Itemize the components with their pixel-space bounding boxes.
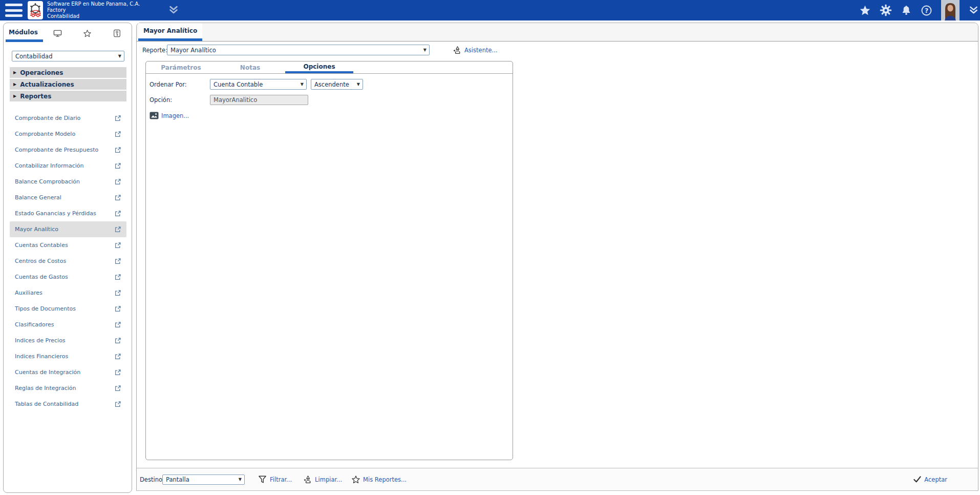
accept-label: Aceptar: [924, 476, 947, 483]
header-title-block: Software ERP en Nube Panama, C.A. Factor…: [47, 1, 140, 19]
help-icon[interactable]: [921, 5, 932, 16]
sidebar-item-indices-de-precios[interactable]: Indices de Precios: [10, 333, 126, 348]
open-window-icon[interactable]: [114, 290, 121, 297]
my-reports-link[interactable]: Mis Reportes...: [351, 475, 407, 484]
open-window-icon[interactable]: [114, 385, 121, 392]
sidebar-item-tablas-de-contabilidad[interactable]: Tablas de Contabilidad: [10, 396, 126, 412]
hamburger-icon[interactable]: [5, 4, 23, 17]
open-window-icon[interactable]: [114, 178, 121, 185]
chevron-double-down-icon[interactable]: [168, 5, 179, 15]
key-icon: [113, 29, 121, 38]
sidebar-item-auxiliares[interactable]: Auxiliares: [10, 285, 126, 301]
open-window-icon[interactable]: [114, 242, 121, 249]
sidebar-item-mayor-analitico[interactable]: Mayor Analítico: [10, 221, 126, 237]
tab-screens[interactable]: [43, 25, 73, 42]
module-select[interactable]: Contabilidad ▼: [12, 51, 124, 61]
avatar[interactable]: [941, 0, 960, 20]
open-window-icon[interactable]: [114, 131, 121, 138]
clear-link[interactable]: Limpiar...: [303, 475, 342, 484]
star-icon[interactable]: [859, 5, 871, 16]
sidebar-item-centros-de-costos[interactable]: Centros de Costos: [10, 253, 126, 269]
tab-label: Parámetros: [161, 64, 201, 71]
tab-modules[interactable]: Módulos: [6, 25, 43, 42]
sidebar-sections: ▶ Operaciones ▶ Actualizaciones ▶ Report…: [10, 67, 126, 101]
sidebar-item-label: Balance General: [15, 194, 61, 201]
open-window-icon[interactable]: [114, 353, 121, 360]
caret-down-icon: ▼: [239, 477, 242, 482]
order-by-value: Cuenta Contable: [214, 81, 263, 88]
company-logo[interactable]: [28, 1, 43, 19]
caret-down-icon: ▼: [118, 54, 121, 58]
open-window-icon[interactable]: [114, 210, 121, 217]
order-by-select[interactable]: Cuenta Contable ▼: [210, 79, 307, 90]
tab-opciones[interactable]: Opciones: [285, 61, 353, 73]
sidebar-item-balance-comprobacion[interactable]: Balance Comprobación: [10, 174, 126, 190]
order-direction-select[interactable]: Ascendente ▼: [311, 79, 363, 90]
assistant-label: Asistente...: [464, 47, 497, 54]
sidebar-item-label: Mayor Analítico: [15, 226, 58, 233]
sidebar-item-label: Comprobante de Diario: [15, 115, 80, 121]
accept-button[interactable]: Aceptar: [913, 476, 947, 483]
tab-mayor-analitico[interactable]: Mayor Analítico: [138, 23, 202, 41]
options-tabbar: Parámetros Notas Opciones: [146, 61, 513, 74]
section-label: Reportes: [20, 93, 51, 100]
tab-favorites[interactable]: [73, 25, 102, 42]
option-input[interactable]: MayorAnalitico: [210, 95, 308, 105]
header-actions: [859, 0, 979, 20]
open-window-icon[interactable]: [114, 258, 121, 265]
monitor-icon: [53, 29, 62, 37]
sidebar-item-contabilizar-informacion[interactable]: Contabilizar Información: [10, 158, 126, 174]
sidebar-item-comprobante-de-diario[interactable]: Comprobante de Diario: [10, 110, 126, 126]
open-window-icon[interactable]: [114, 305, 121, 313]
funnel-icon: [258, 475, 267, 484]
destination-select[interactable]: Pantalla ▼: [162, 475, 245, 485]
sidebar-item-label: Estado Ganancias y Pérdidas: [15, 210, 96, 217]
clear-label: Limpiar...: [315, 476, 342, 483]
gear-icon[interactable]: [880, 4, 892, 16]
section-operaciones[interactable]: ▶ Operaciones: [10, 67, 126, 78]
open-window-icon[interactable]: [114, 274, 121, 281]
sidebar-item-estado-ganancias-y-perdidas[interactable]: Estado Ganancias y Pérdidas: [10, 205, 126, 221]
sidebar-item-clasificadores[interactable]: Clasificadores: [10, 317, 126, 333]
open-window-icon[interactable]: [114, 369, 121, 376]
sidebar-item-comprobante-de-presupuesto[interactable]: Comprobante de Presupuesto: [10, 142, 126, 158]
report-select[interactable]: Mayor Analítico ▼: [167, 45, 430, 55]
image-link[interactable]: Imagen...: [150, 112, 513, 119]
order-by-row: Ordenar Por: Cuenta Contable ▼ Ascendent…: [150, 79, 513, 90]
sidebar-item-cuentas-de-integracion[interactable]: Cuentas de Integración: [10, 364, 126, 380]
section-actualizaciones[interactable]: ▶ Actualizaciones: [10, 79, 126, 90]
sidebar: Módulos Contabilidad ▼ ▶ Operaciones ▶: [3, 23, 132, 493]
tab-label: Opciones: [303, 63, 335, 70]
sidebar-item-balance-general[interactable]: Balance General: [10, 190, 126, 205]
open-window-icon[interactable]: [114, 194, 121, 201]
tab-access[interactable]: [102, 25, 132, 42]
open-window-icon[interactable]: [114, 321, 121, 328]
module-select-value: Contabilidad: [15, 53, 52, 60]
company-name: Software ERP en Nube Panama, C.A.: [47, 1, 140, 7]
bell-icon[interactable]: [901, 5, 912, 16]
sidebar-item-reglas-de-integracion[interactable]: Reglas de Integración: [10, 380, 126, 396]
order-direction-value: Ascendente: [314, 81, 349, 88]
sidebar-item-comprobante-modelo[interactable]: Comprobante Modelo: [10, 126, 126, 142]
open-window-icon[interactable]: [114, 337, 121, 344]
chevron-double-down-icon[interactable]: [968, 6, 979, 15]
sidebar-item-indices-financieros[interactable]: Indices Financieros: [10, 348, 126, 364]
tab-label: Notas: [240, 64, 260, 71]
open-window-icon[interactable]: [114, 115, 121, 122]
sidebar-item-cuentas-contables[interactable]: Cuentas Contables: [10, 237, 126, 253]
sidebar-item-label: Cuentas de Gastos: [15, 274, 68, 280]
open-window-icon[interactable]: [114, 162, 121, 170]
open-window-icon[interactable]: [114, 147, 121, 154]
open-window-icon[interactable]: [114, 226, 121, 233]
sidebar-item-label: Indices de Precios: [15, 337, 66, 344]
filter-link[interactable]: Filtrar...: [258, 475, 292, 484]
assistant-link[interactable]: Asistente...: [453, 46, 497, 55]
section-reportes[interactable]: ▶ Reportes: [10, 91, 126, 101]
section-label: Actualizaciones: [20, 81, 74, 88]
sidebar-item-tipos-de-documentos[interactable]: Tipos de Documentos: [10, 301, 126, 317]
tab-notas[interactable]: Notas: [216, 61, 284, 73]
open-window-icon[interactable]: [114, 401, 121, 408]
sidebar-item-cuentas-de-gastos[interactable]: Cuentas de Gastos: [10, 269, 126, 285]
tab-parametros[interactable]: Parámetros: [147, 61, 215, 73]
main-tabbar: Mayor Analítico: [137, 23, 978, 42]
